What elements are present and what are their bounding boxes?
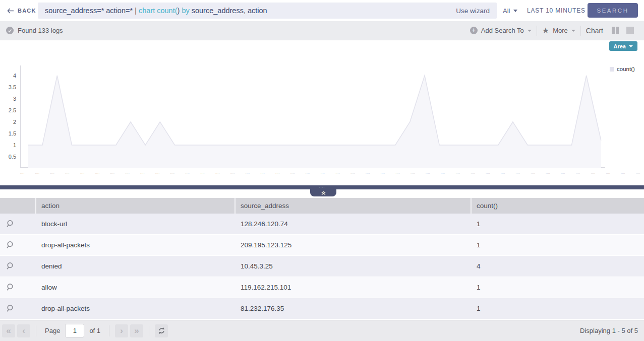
column-header-count[interactable]: count() bbox=[472, 198, 644, 214]
refresh-icon bbox=[158, 327, 165, 334]
y-axis-tick-label: 1.5 bbox=[0, 130, 16, 137]
table-row: block-url128.246.120.741 bbox=[0, 214, 644, 235]
x-axis-tick-label: ···· bbox=[155, 171, 160, 175]
row-actions-cell bbox=[0, 298, 36, 319]
x-axis-tick-label: ···· bbox=[246, 171, 250, 175]
x-axis-tick-label: ···· bbox=[35, 171, 40, 175]
chart-type-dropdown[interactable]: Area bbox=[609, 41, 637, 51]
search-button[interactable]: SEARCH bbox=[588, 3, 638, 18]
first-page-button[interactable]: « bbox=[2, 324, 15, 337]
add-search-to-button[interactable]: + Add Search To bbox=[465, 27, 537, 34]
back-button[interactable]: BACK bbox=[7, 0, 36, 21]
chart-section: Area count() 43.532.521.510.5 ··········… bbox=[0, 40, 644, 185]
search-icon[interactable] bbox=[4, 240, 15, 251]
x-axis-tick-label: ···· bbox=[110, 171, 115, 175]
cell-count: 4 bbox=[472, 256, 644, 277]
legend-label: count() bbox=[617, 66, 635, 72]
back-label: BACK bbox=[18, 8, 36, 14]
y-axis-tick-label: 3.5 bbox=[0, 84, 16, 91]
more-button[interactable]: ★ More bbox=[537, 27, 580, 35]
y-axis-tick-label: 3 bbox=[0, 95, 16, 102]
x-axis-tick-label: ···· bbox=[261, 171, 265, 175]
x-axis-tick-label: ···· bbox=[621, 171, 625, 175]
page-of-label: of 1 bbox=[89, 327, 100, 334]
time-range-dropdown[interactable]: LAST 10 MINUTES bbox=[527, 0, 593, 21]
x-axis-tick-label: ···· bbox=[516, 171, 520, 175]
x-axis-tick-label: ···· bbox=[186, 171, 190, 175]
x-axis-tick-label: ···· bbox=[441, 171, 445, 175]
cell-action: block-url bbox=[36, 214, 236, 234]
search-icon[interactable] bbox=[4, 282, 15, 293]
x-axis-tick-label: ···· bbox=[230, 171, 235, 175]
full-view-icon[interactable] bbox=[626, 27, 634, 34]
column-header-action[interactable]: action bbox=[36, 198, 236, 214]
chevron-down-icon bbox=[629, 45, 633, 47]
x-axis-tick-label: ···· bbox=[50, 171, 55, 175]
chart-type-value: Area bbox=[614, 43, 626, 49]
x-axis-tick-label: ···· bbox=[366, 171, 370, 175]
pager-divider bbox=[36, 325, 36, 336]
cell-count: 1 bbox=[472, 277, 644, 298]
use-wizard-link[interactable]: Use wizard bbox=[456, 7, 490, 15]
time-range-value: LAST 10 MINUTES bbox=[527, 7, 586, 14]
x-axis-tick-label: ···· bbox=[275, 171, 280, 175]
scope-dropdown[interactable]: All bbox=[503, 0, 517, 21]
column-header-source-address[interactable]: source_address bbox=[236, 198, 472, 214]
check-circle-icon bbox=[6, 27, 14, 34]
search-icon[interactable] bbox=[4, 303, 15, 314]
page-input[interactable] bbox=[65, 324, 84, 337]
last-page-button[interactable]: » bbox=[130, 324, 143, 337]
y-axis-labels: 43.532.521.510.5 bbox=[0, 40, 16, 185]
results-toolbar: Found 133 logs + Add Search To ★ More Ch… bbox=[0, 21, 644, 40]
row-actions-cell bbox=[0, 256, 36, 277]
cell-count: 1 bbox=[472, 235, 644, 255]
cell-action: drop-all-packets bbox=[36, 235, 236, 255]
column-header-actions bbox=[0, 198, 36, 214]
pager-divider bbox=[109, 325, 109, 336]
table-row: drop-all-packets209.195.123.1251 bbox=[0, 235, 644, 256]
back-arrow-icon bbox=[7, 8, 14, 14]
refresh-button[interactable] bbox=[155, 324, 168, 337]
x-axis-tick-label: ···· bbox=[170, 171, 175, 175]
divider-grip-dots: ···· bbox=[0, 185, 644, 189]
x-axis-tick-label: ···· bbox=[636, 171, 640, 175]
search-icon[interactable] bbox=[4, 261, 15, 272]
row-actions-cell bbox=[0, 277, 36, 298]
x-axis-tick-label: ···· bbox=[576, 171, 580, 175]
split-view-icon[interactable] bbox=[612, 27, 619, 34]
table-row: denied10.45.3.254 bbox=[0, 256, 644, 277]
collapse-chart-handle[interactable] bbox=[310, 189, 336, 196]
cell-source-address: 10.45.3.25 bbox=[236, 256, 472, 277]
scope-value: All bbox=[503, 7, 510, 15]
search-icon[interactable] bbox=[4, 219, 15, 230]
chart-label: Chart bbox=[586, 27, 603, 35]
x-axis-tick-label: ···· bbox=[456, 171, 460, 175]
x-axis-tick-label: ···· bbox=[471, 171, 475, 175]
x-axis-tick-label: ···· bbox=[381, 171, 385, 175]
prev-page-button[interactable]: ‹ bbox=[17, 324, 30, 337]
cell-source-address: 209.195.123.125 bbox=[236, 235, 472, 255]
x-axis-tick-label: ···· bbox=[306, 171, 310, 175]
x-axis-tick-label: ···· bbox=[80, 171, 85, 175]
star-icon: ★ bbox=[542, 27, 549, 35]
x-axis-tick-label: ···· bbox=[20, 171, 25, 175]
chevron-up-icon bbox=[321, 191, 326, 195]
x-axis-tick-label: ···· bbox=[486, 171, 490, 175]
y-axis-tick-label: 4 bbox=[0, 72, 16, 79]
x-axis-tick-label: ···· bbox=[426, 171, 430, 175]
pager-controls: « ‹ Page of 1 › » bbox=[2, 320, 168, 341]
log-search-app: BACK source_address=* action=* | chart c… bbox=[0, 0, 644, 341]
y-axis-tick-label: 2 bbox=[0, 118, 16, 125]
x-axis-tick-label: ···· bbox=[65, 171, 70, 175]
x-axis-tick-label: ···· bbox=[546, 171, 550, 175]
x-axis-tick-label: ···· bbox=[335, 171, 340, 175]
legend-swatch bbox=[610, 67, 614, 72]
top-bar: BACK source_address=* action=* | chart c… bbox=[0, 0, 644, 21]
y-axis-tick-label: 0.5 bbox=[0, 153, 16, 160]
page-label: Page bbox=[45, 327, 60, 334]
next-page-button[interactable]: › bbox=[115, 324, 128, 337]
query-text: source_address=* action=* | chart count(… bbox=[45, 7, 450, 15]
x-axis-tick-label: ···· bbox=[591, 171, 596, 175]
search-input[interactable]: source_address=* action=* | chart count(… bbox=[38, 3, 497, 19]
x-axis-tick-label: ···· bbox=[350, 171, 355, 175]
